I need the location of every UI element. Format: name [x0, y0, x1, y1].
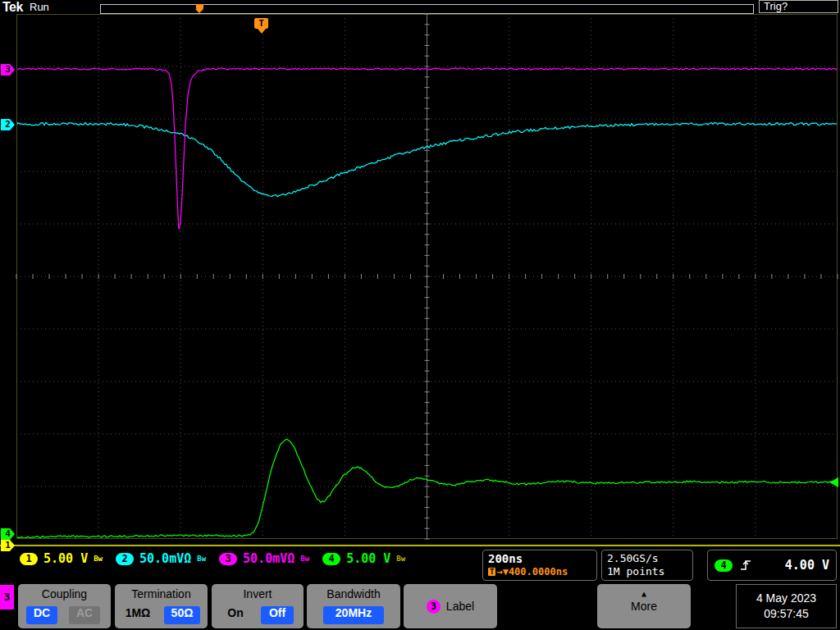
ch1-scale-readout: 5.00 V: [43, 551, 88, 566]
trigger-readout: 4 4.00 V: [707, 550, 837, 581]
termination-button[interactable]: Termination 1MΩ 50Ω: [115, 584, 208, 628]
more-title: More: [597, 598, 691, 613]
trigger-pin-point-icon: [195, 9, 203, 13]
label-button[interactable]: 3 Label: [404, 584, 497, 628]
more-up-arrow-icon: ▲: [597, 584, 691, 598]
ch3-bandwidth-limit-icon: Bw: [300, 555, 309, 563]
ch4-scale-readout: 5.00 V: [346, 551, 390, 566]
acquisition-status: Run: [30, 1, 49, 13]
ch3-scale-readout: 50.0mVΩ: [243, 551, 294, 566]
ch3-badge: 3: [219, 553, 237, 565]
channel-1-ground-marker[interactable]: 1: [1, 540, 15, 551]
label-channel-badge: 3: [427, 600, 441, 614]
trigger-delay-readout: T →▼ 400.0000ns: [488, 566, 591, 578]
channel-2-ground-marker[interactable]: 2: [1, 119, 15, 130]
delay-value: 400.0000ns: [509, 566, 568, 578]
acquisition-readout: 2.50GS/s 1M points: [601, 550, 693, 581]
coupling-button[interactable]: Coupling DC AC: [18, 584, 111, 628]
rising-edge-icon: [739, 558, 752, 573]
record-trigger-marker[interactable]: [194, 4, 204, 13]
ch2-bandwidth-limit-icon: Bw: [197, 555, 206, 563]
trigger-status: Trig?: [759, 0, 838, 13]
delay-trigger-icon: T: [488, 568, 495, 576]
sample-rate: 2.50GS/s: [607, 552, 687, 565]
coupling-ac-option[interactable]: AC: [69, 606, 100, 624]
channel-4-ground-marker[interactable]: 4: [1, 528, 15, 540]
trigger-position-flag[interactable]: T: [254, 18, 268, 34]
bandwidth-20mhz-option[interactable]: 20MHz: [323, 606, 384, 624]
datetime-display: 4 May 2023 09:57:45: [736, 584, 837, 628]
termination-50-option[interactable]: 50Ω: [164, 606, 200, 624]
record-length: 1M points: [607, 565, 687, 578]
channel-3-ground-marker[interactable]: 3: [1, 64, 15, 75]
horizontal-readout: 200ns T →▼ 400.0000ns: [482, 550, 597, 581]
channel-readouts: 1 5.00 V Bw 2 50.0mVΩ Bw 3 50.0mVΩ Bw 4 …: [20, 551, 413, 566]
invert-title: Invert: [212, 584, 304, 600]
ch2-scale-readout: 50.0mVΩ: [139, 551, 191, 566]
ch1-badge: 1: [20, 553, 38, 565]
trigger-flag-point-icon: [258, 29, 266, 34]
tek-logo: Tek: [2, 0, 23, 15]
waveform-display: [16, 14, 838, 539]
label-title: Label: [446, 600, 474, 613]
ch4-badge: 4: [322, 553, 340, 565]
record-position-bar[interactable]: [100, 4, 754, 14]
separator-line: [0, 545, 840, 546]
ch4-bandwidth-limit-icon: Bw: [396, 555, 405, 563]
bandwidth-title: Bandwidth: [307, 584, 400, 600]
trigger-level-readout: 4.00 V: [785, 558, 829, 573]
invert-button[interactable]: Invert On Off: [212, 584, 304, 628]
delay-arrows-icon: →▼: [496, 566, 508, 578]
invert-off-option[interactable]: Off: [261, 606, 294, 624]
date-text: 4 May 2023: [737, 591, 836, 606]
coupling-title: Coupling: [18, 584, 111, 600]
termination-title: Termination: [115, 584, 208, 600]
bandwidth-button[interactable]: Bandwidth 20MHz: [307, 584, 400, 628]
ch2-badge: 2: [116, 553, 134, 565]
coupling-dc-option[interactable]: DC: [26, 606, 57, 624]
more-button[interactable]: ▲ More: [597, 584, 691, 628]
invert-on-option[interactable]: On: [221, 606, 249, 624]
ch1-bandwidth-limit-icon: Bw: [94, 555, 103, 563]
menu-channel-tab: 3: [0, 585, 14, 609]
trigger-source-badge: 4: [714, 559, 733, 572]
trigger-flag-icon: T: [254, 18, 268, 29]
termination-1m-option[interactable]: 1MΩ: [120, 606, 156, 624]
oscilloscope-screen: Tek Run Trig? T 3 2 4 1 1 5.00 V Bw 2 50…: [0, 0, 840, 630]
timebase-scale: 200ns: [488, 552, 591, 565]
time-text: 09:57:45: [737, 606, 836, 622]
